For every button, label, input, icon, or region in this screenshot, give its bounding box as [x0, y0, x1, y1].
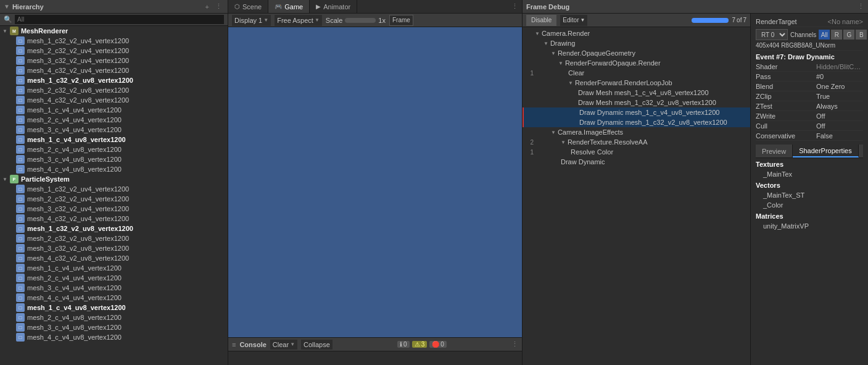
list-item[interactable]: □mesh_3_c_v4_uv8_vertex1200 — [0, 322, 228, 332]
mesh-icon: □ — [16, 195, 25, 203]
display-dropdown[interactable]: Display 1 ▼ — [232, 15, 271, 26]
list-item[interactable]: □mesh_2_c32_v2_uv4_vertex1200 — [0, 194, 228, 204]
tab-animator[interactable]: ▶ Animator — [310, 0, 357, 13]
list-item[interactable]: □mesh_1_c_v4_uv8_vertex1200 — [0, 303, 228, 313]
prop-val-cull: Off — [816, 122, 863, 130]
expand-icon: ▼ — [2, 177, 7, 182]
fd-tree-item[interactable]: ▼ Render.OpaqueGeometry — [523, 48, 750, 58]
display-label: Display 1 — [234, 17, 262, 24]
console-menu-btn[interactable]: ⋮ — [511, 340, 518, 348]
tab-shader-properties-label: ShaderProperties — [799, 147, 852, 154]
list-item[interactable]: □mesh_1_c_v4_uv8_vertex1200 — [0, 135, 228, 145]
mesh-icon: □ — [16, 313, 25, 322]
fd-tree-item[interactable]: ▼ Camera.ImageEffects — [523, 127, 750, 137]
list-item[interactable]: □mesh_2_c_v4_uv8_vertex1200 — [0, 145, 228, 154]
scale-value: 1x — [378, 17, 386, 24]
center-tab-menu[interactable]: ⋮ — [508, 0, 522, 13]
list-item[interactable]: □mesh_4_c32_v2_uv4_vertex1200 — [0, 214, 228, 224]
clear-button[interactable]: Clear ▼ — [270, 340, 297, 350]
expand-icon: ▼ — [551, 130, 556, 135]
fd-tree-item[interactable]: ▼ Camera.Render — [523, 28, 750, 38]
fd-tree-item[interactable]: ▼ Drawing — [523, 38, 750, 48]
list-item[interactable]: □mesh_4_c32_v2_uv4_vertex1200 — [0, 65, 228, 75]
channel-r-btn[interactable]: R — [831, 30, 842, 40]
hierarchy-add-btn[interactable]: + — [204, 3, 211, 10]
list-item[interactable]: □mesh_1_c32_v2_uv4_vertex1200 — [0, 184, 228, 194]
disable-button[interactable]: Disable — [526, 15, 556, 26]
mesh-renderer-header[interactable]: ▼ M MeshRenderer — [0, 26, 228, 36]
list-item[interactable]: □mesh_3_c32_v2_uv4_vertex1200 — [0, 204, 228, 214]
mesh-icon: □ — [16, 274, 25, 282]
expand-icon: ▼ — [561, 140, 566, 145]
info-badge: ℹ 0 — [397, 341, 410, 348]
channel-all-btn[interactable]: All — [819, 30, 830, 40]
list-item[interactable]: □mesh_4_c32_v2_uv8_vertex1200 — [0, 95, 228, 105]
list-item[interactable]: □mesh_3_c32_v2_uv4_vertex1200 — [0, 56, 228, 65]
list-item[interactable]: □mesh_2_c_v4_uv8_vertex1200 — [0, 313, 228, 322]
editor-arrow-icon: ▼ — [580, 17, 585, 23]
fd-tree-item[interactable]: Draw Dynamic — [523, 157, 750, 167]
collapse-button[interactable]: Collapse — [301, 340, 333, 350]
game-viewport — [228, 27, 522, 337]
prop-key: Blend — [756, 83, 811, 90]
fd-tree-item[interactable]: 1 Clear — [523, 68, 750, 78]
channel-g-btn[interactable]: G — [843, 30, 854, 40]
channel-b-btn[interactable]: B — [856, 30, 867, 40]
mesh-icon: □ — [16, 185, 25, 193]
mesh-icon: □ — [16, 254, 25, 262]
list-item[interactable]: □mesh_3_c32_v2_uv8_vertex1200 — [0, 243, 228, 253]
fd-tree-item[interactable]: 1 Resolve Color — [523, 147, 750, 157]
fd-tree-item[interactable]: ▼ RenderForward.RenderLoopJob — [523, 78, 750, 88]
list-item[interactable]: □mesh_3_c_v4_uv8_vertex1200 — [0, 154, 228, 164]
list-item[interactable]: □mesh_2_c32_v2_uv8_vertex1200 — [0, 85, 228, 95]
tab-game-label: Game — [284, 3, 303, 10]
fd-tree-item[interactable]: Draw Mesh mesh_1_c32_v2_uv8_vertex1200 — [523, 98, 750, 107]
list-item[interactable]: □mesh_3_c_v4_uv4_vertex1200 — [0, 125, 228, 135]
prop-row-shader: Shader Hidden/BlitCopy — [756, 62, 863, 72]
tab-shader-properties[interactable]: ShaderProperties — [793, 145, 859, 157]
editor-dropdown[interactable]: Editor ▼ — [560, 15, 587, 26]
collapse-label: Collapse — [304, 341, 330, 348]
list-item[interactable]: □mesh_4_c_v4_uv4_vertex1200 — [0, 293, 228, 303]
hierarchy-menu-btn[interactable]: ⋮ — [213, 2, 224, 10]
fd-tree-item[interactable]: Draw Mesh mesh_1_c_v4_uv8_vertex1200 — [523, 88, 750, 98]
frame-debug-menu-btn[interactable]: ⋮ — [858, 2, 864, 10]
list-item[interactable]: □mesh_4_c_v4_uv8_vertex1200 — [0, 164, 228, 174]
console-icon: ≡ — [232, 341, 236, 348]
search-input[interactable] — [15, 15, 224, 24]
mesh-renderer-icon: M — [10, 27, 19, 35]
mesh-icon: □ — [16, 303, 25, 312]
fd-toolbar: Disable Editor ▼ 7 of 7 — [523, 14, 750, 27]
list-item[interactable]: □mesh_4_c_v4_uv8_vertex1200 — [0, 332, 228, 342]
list-item[interactable]: □mesh_1_c32_v2_uv4_vertex1200 — [0, 36, 228, 46]
render-target-label: RenderTarget — [756, 18, 797, 25]
tab-scene[interactable]: ⬡ Scene — [228, 0, 268, 13]
list-item[interactable]: □mesh_2_c_v4_uv4_vertex1200 — [0, 115, 228, 125]
aspect-dropdown[interactable]: Free Aspect ▼ — [275, 15, 322, 26]
list-item[interactable]: □mesh_1_c_v4_uv4_vertex1200 — [0, 263, 228, 273]
particle-system-header[interactable]: ▼ P ParticleSystem — [0, 174, 228, 184]
tab-preview[interactable]: Preview — [756, 145, 793, 157]
prop-row-zclip: ZClip True — [756, 91, 863, 101]
fd-tree-item[interactable]: ▼ RenderForwardOpaque.Render — [523, 58, 750, 68]
list-item[interactable]: □mesh_4_c32_v2_uv8_vertex1200 — [0, 253, 228, 263]
fd-tree-item[interactable]: 2 ▼ RenderTexture.ResolveAA — [523, 137, 750, 147]
tab-game[interactable]: 🎮 Game — [268, 0, 310, 13]
tab-animator-label: Animator — [323, 3, 350, 10]
rt-dropdown[interactable]: RT 0 — [756, 29, 788, 40]
scale-slider[interactable] — [345, 18, 376, 23]
list-item[interactable]: □mesh_3_c_v4_uv4_vertex1200 — [0, 283, 228, 293]
fd-tree-item-highlighted[interactable]: Draw Dynamic mesh_1_c_v4_uv8_vertex1200 — [523, 107, 750, 117]
matrices-section-label: Matrices — [756, 212, 863, 220]
expand-icon: ▼ — [544, 41, 548, 46]
fd-tree-item-highlighted[interactable]: Draw Dynamic mesh_1_c32_v2_uv8_vertex120… — [523, 117, 750, 127]
rt-row: RT 0 Channels All R G B A — [756, 28, 863, 41]
list-item[interactable]: □mesh_1_c32_v2_uv8_vertex1200 — [0, 224, 228, 233]
list-item[interactable]: □mesh_2_c_v4_uv4_vertex1200 — [0, 273, 228, 283]
hierarchy-title: Hierarchy — [12, 3, 201, 10]
list-item[interactable]: □mesh_1_c_v4_uv4_vertex1200 — [0, 105, 228, 115]
list-item[interactable]: □mesh_1_c32_v2_uv8_vertex1200 — [0, 75, 228, 85]
list-item[interactable]: □mesh_2_c32_v2_uv4_vertex1200 — [0, 46, 228, 56]
frame-debug-title: Frame Debug — [526, 3, 569, 10]
list-item[interactable]: □mesh_2_c32_v2_uv8_vertex1200 — [0, 233, 228, 243]
